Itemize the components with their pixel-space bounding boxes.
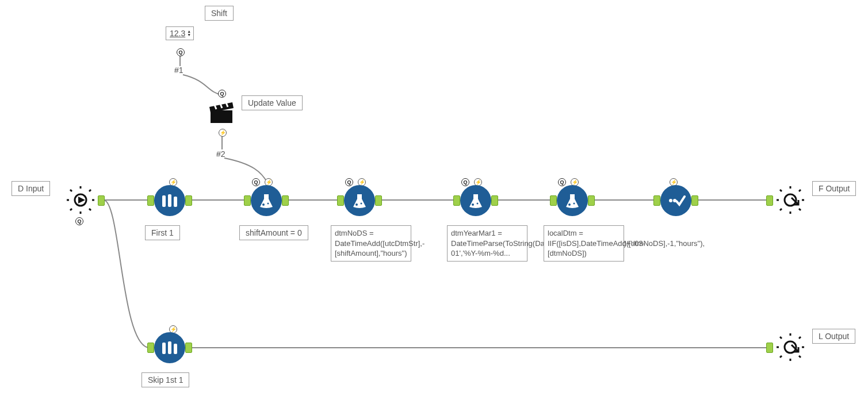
l-output-label: L Output — [812, 329, 855, 344]
d-input-label: D Input — [12, 181, 50, 196]
dtmnods-label: dtmNoDS = DateTimeAdd([utcDtmStr],-[shif… — [331, 225, 411, 262]
filter-node-skip1st1[interactable] — [154, 332, 185, 363]
lightning-badge-icon: ⚡ — [219, 129, 227, 137]
formula-flask-icon — [563, 191, 582, 210]
gear-output-icon — [775, 332, 805, 362]
dtmyearmar1-label: dtmYearMar1 = DateTimeParse(ToString(Dat… — [447, 225, 527, 262]
formula-node-dtmnods[interactable] — [344, 185, 375, 216]
output-anchor[interactable] — [691, 195, 698, 206]
action-node[interactable] — [207, 97, 236, 125]
output-anchor[interactable] — [185, 343, 192, 353]
label-text: Shift — [211, 9, 227, 18]
hash1-label: #1 — [174, 66, 183, 75]
action-clapper-icon — [207, 97, 236, 125]
spinner-icon[interactable]: ▲▼ — [187, 30, 191, 37]
input-anchor[interactable] — [147, 343, 154, 353]
q-badge-icon: Q — [177, 48, 185, 56]
macro-input-node[interactable] — [64, 184, 97, 216]
svg-point-10 — [267, 203, 269, 205]
svg-point-11 — [355, 203, 358, 206]
svg-point-16 — [573, 203, 575, 205]
formula-node-dtmyearmar1[interactable] — [460, 185, 491, 216]
update-value-label: Update Value — [242, 95, 303, 110]
svg-point-12 — [361, 203, 362, 205]
svg-point-9 — [262, 203, 265, 206]
input-anchor[interactable] — [550, 195, 557, 206]
input-anchor[interactable] — [453, 195, 460, 206]
select-check-icon — [666, 191, 686, 210]
svg-rect-7 — [168, 194, 171, 207]
svg-rect-6 — [162, 195, 166, 207]
svg-point-14 — [477, 203, 479, 205]
localdtm-label: localDtm = IIF([isDS],DateTimeAdd([dtmNo… — [544, 225, 624, 262]
numeric-input-shift[interactable]: 12.3 ▲▼ — [166, 26, 194, 40]
svg-point-17 — [669, 199, 672, 202]
svg-rect-1 — [211, 110, 232, 123]
output-anchor[interactable] — [282, 195, 289, 206]
label-text: Skip 1st 1 — [148, 375, 183, 385]
macro-output-node-l[interactable] — [774, 331, 806, 363]
svg-rect-22 — [174, 344, 177, 354]
input-anchor[interactable] — [766, 195, 773, 206]
output-anchor[interactable] — [185, 195, 192, 206]
shift-label: Shift — [205, 6, 234, 21]
skip1st1-label: Skip 1st 1 — [142, 372, 189, 387]
output-anchor[interactable] — [98, 195, 105, 206]
q-badge-icon: Q — [75, 217, 83, 225]
filter-icon — [160, 191, 179, 210]
output-anchor[interactable] — [588, 195, 595, 206]
label-text: F Output — [819, 184, 850, 193]
label-text: D Input — [18, 184, 44, 193]
formula-node-shiftamount[interactable] — [251, 185, 282, 216]
label-text: Update Value — [248, 98, 296, 107]
svg-rect-8 — [174, 197, 177, 207]
first1-label: First 1 — [145, 225, 180, 240]
filter-icon — [160, 338, 179, 357]
input-anchor[interactable] — [653, 195, 660, 206]
output-anchor[interactable] — [375, 195, 382, 206]
select-node[interactable] — [660, 185, 691, 216]
formula-flask-icon — [466, 191, 485, 210]
input-anchor[interactable] — [147, 195, 154, 206]
input-anchor[interactable] — [337, 195, 344, 206]
output-anchor[interactable] — [491, 195, 498, 206]
gear-output-icon — [775, 185, 805, 215]
input-anchor[interactable] — [766, 343, 773, 353]
label-text: shiftAmount = 0 — [246, 228, 302, 237]
formula-flask-icon — [350, 191, 369, 210]
filter-node-first1[interactable] — [154, 185, 185, 216]
numeric-value: 12.3 — [170, 29, 185, 38]
formula-flask-icon — [257, 191, 276, 210]
label-text: First 1 — [151, 228, 174, 237]
hash2-label: #2 — [216, 149, 225, 159]
label-text: L Output — [819, 332, 849, 341]
svg-point-13 — [472, 203, 474, 206]
macro-output-node-f[interactable] — [774, 184, 806, 216]
shiftamount-label: shiftAmount = 0 — [239, 225, 308, 240]
workflow-canvas[interactable]: Shift 12.3 ▲▼ Q #1 Q Update Value ⚡ #2 D… — [0, 0, 868, 396]
svg-rect-21 — [168, 341, 171, 354]
label-text: localDtm = IIF([isDS],DateTimeAdd([dtmNo… — [548, 229, 705, 257]
f-output-label: F Output — [812, 181, 856, 196]
svg-rect-20 — [162, 343, 166, 354]
svg-point-15 — [568, 203, 571, 206]
formula-node-localdtm[interactable] — [557, 185, 588, 216]
gear-input-icon — [66, 185, 95, 215]
connection-wires — [0, 0, 868, 396]
label-text: dtmNoDS = DateTimeAdd([utcDtmStr],-[shif… — [335, 229, 425, 257]
input-anchor[interactable] — [244, 195, 251, 206]
